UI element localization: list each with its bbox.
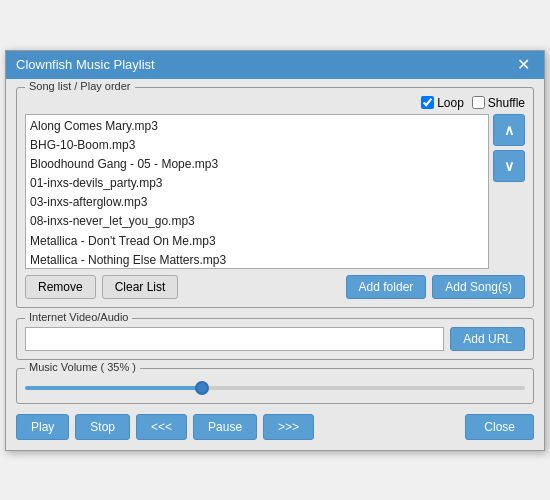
song-listbox[interactable]: Along Comes Mary.mp3BHG-10-Boom.mp3Blood… [25, 114, 489, 269]
clear-list-button[interactable]: Clear List [102, 275, 179, 299]
list-item[interactable]: Along Comes Mary.mp3 [30, 117, 484, 136]
remove-button[interactable]: Remove [25, 275, 96, 299]
window-close-button[interactable]: ✕ [513, 57, 534, 73]
prev-button[interactable]: <<< [136, 414, 187, 440]
url-input[interactable] [25, 327, 444, 351]
content-area: Song list / Play order Loop Shuffle Alon… [6, 79, 544, 450]
volume-slider[interactable] [25, 386, 525, 390]
close-button[interactable]: Close [465, 414, 534, 440]
list-item[interactable]: Metallica - Don't Tread On Me.mp3 [30, 232, 484, 251]
stop-button[interactable]: Stop [75, 414, 130, 440]
list-item[interactable]: Metallica - Nothing Else Matters.mp3 [30, 251, 484, 269]
song-actions: Remove Clear List Add folder Add Song(s) [25, 275, 525, 299]
bottom-bar: Play Stop <<< Pause >>> Close [16, 414, 534, 440]
list-item[interactable]: 03-inxs-afterglow.mp3 [30, 193, 484, 212]
next-button[interactable]: >>> [263, 414, 314, 440]
shuffle-checkbox-label[interactable]: Shuffle [472, 96, 525, 110]
main-window: Clownfish Music Playlist ✕ Song list / P… [5, 50, 545, 451]
add-url-button[interactable]: Add URL [450, 327, 525, 351]
volume-group: Music Volume ( 35% ) [16, 368, 534, 404]
url-body: Add URL [25, 323, 525, 351]
shuffle-checkbox[interactable] [472, 96, 485, 109]
play-button[interactable]: Play [16, 414, 69, 440]
list-item[interactable]: 01-inxs-devils_party.mp3 [30, 174, 484, 193]
title-bar: Clownfish Music Playlist ✕ [6, 51, 544, 79]
list-item[interactable]: Bloodhound Gang - 05 - Mope.mp3 [30, 155, 484, 174]
loop-checkbox-label[interactable]: Loop [421, 96, 464, 110]
song-nav-buttons: ∧ ∨ [493, 114, 525, 269]
move-down-button[interactable]: ∨ [493, 150, 525, 182]
loop-label: Loop [437, 96, 464, 110]
pause-button[interactable]: Pause [193, 414, 257, 440]
add-songs-button[interactable]: Add Song(s) [432, 275, 525, 299]
add-folder-button[interactable]: Add folder [346, 275, 427, 299]
list-item[interactable]: 08-inxs-never_let_you_go.mp3 [30, 212, 484, 231]
song-list-group: Song list / Play order Loop Shuffle Alon… [16, 87, 534, 308]
song-list-group-label: Song list / Play order [25, 80, 135, 92]
loop-checkbox[interactable] [421, 96, 434, 109]
move-up-button[interactable]: ∧ [493, 114, 525, 146]
song-list-body: Along Comes Mary.mp3BHG-10-Boom.mp3Blood… [25, 114, 525, 269]
volume-group-label: Music Volume ( 35% ) [25, 361, 140, 373]
internet-group-label: Internet Video/Audio [25, 311, 132, 323]
list-item[interactable]: BHG-10-Boom.mp3 [30, 136, 484, 155]
window-title: Clownfish Music Playlist [16, 57, 155, 72]
song-list-header: Loop Shuffle [25, 92, 525, 110]
internet-group: Internet Video/Audio Add URL [16, 318, 534, 360]
volume-body [25, 373, 525, 395]
shuffle-label: Shuffle [488, 96, 525, 110]
